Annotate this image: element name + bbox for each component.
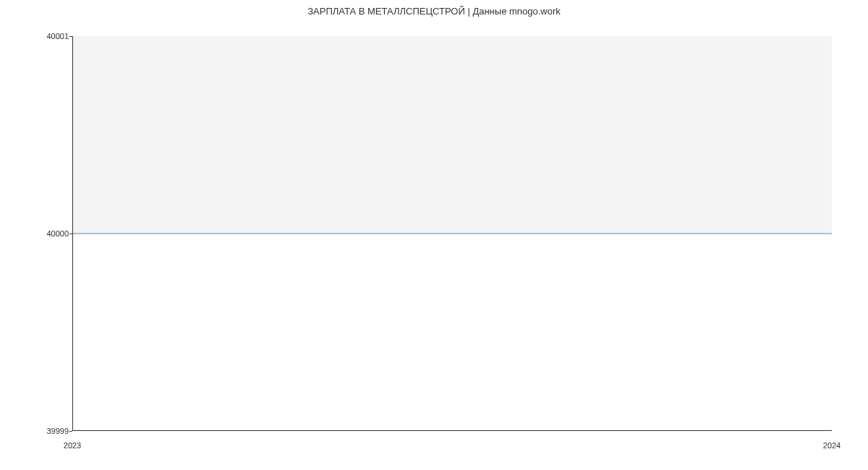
y-tick-label: 39999: [46, 427, 69, 435]
x-tick-label: 2023: [64, 441, 81, 450]
data-line: [73, 233, 832, 234]
y-tick-mark: [69, 431, 72, 432]
plot-area: [72, 36, 832, 431]
y-tick-label: 40000: [46, 229, 69, 238]
y-tick-mark: [69, 36, 72, 37]
y-tick-mark: [69, 234, 72, 234]
y-tick-label: 40001: [46, 32, 69, 40]
x-tick-label: 2024: [823, 441, 841, 450]
chart-title: ЗАРПЛАТА В МЕТАЛЛСПЕЦСТРОЙ | Данные mnog…: [0, 6, 868, 17]
plot-unshaded-region: [73, 234, 832, 431]
